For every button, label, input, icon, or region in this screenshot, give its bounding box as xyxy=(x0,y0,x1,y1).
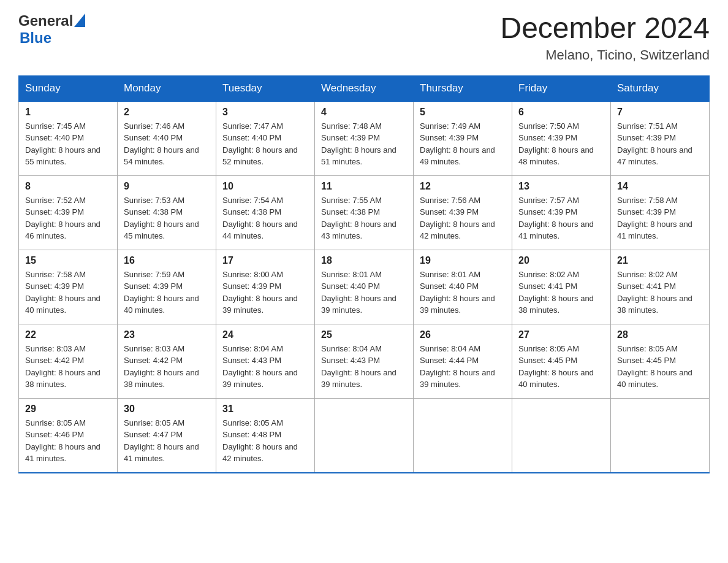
day-number: 12 xyxy=(420,181,506,192)
day-info: Sunrise: 7:54 AMSunset: 4:38 PMDaylight:… xyxy=(222,196,298,241)
page-header: General Blue December 2024 Melano, Ticin… xyxy=(18,12,710,63)
calendar-cell: 21 Sunrise: 8:02 AMSunset: 4:41 PMDaylig… xyxy=(611,250,710,324)
logo-general-text: General xyxy=(18,12,73,29)
day-info: Sunrise: 7:47 AMSunset: 4:40 PMDaylight:… xyxy=(222,121,298,167)
calendar-cell: 5 Sunrise: 7:49 AMSunset: 4:39 PMDayligh… xyxy=(414,101,512,176)
day-number: 29 xyxy=(25,404,111,415)
day-number: 8 xyxy=(25,181,111,192)
day-number: 28 xyxy=(617,329,703,340)
title-area: December 2024 Melano, Ticino, Switzerlan… xyxy=(500,12,710,63)
day-number: 2 xyxy=(124,107,210,118)
weekday-header-row: SundayMondayTuesdayWednesdayThursdayFrid… xyxy=(19,75,710,101)
day-info: Sunrise: 8:04 AMSunset: 4:44 PMDaylight:… xyxy=(420,344,495,389)
day-number: 25 xyxy=(321,329,407,340)
calendar-week-2: 8 Sunrise: 7:52 AMSunset: 4:39 PMDayligh… xyxy=(19,175,710,250)
day-info: Sunrise: 8:01 AMSunset: 4:40 PMDaylight:… xyxy=(321,270,396,315)
svg-marker-0 xyxy=(74,13,85,27)
weekday-header-thursday: Thursday xyxy=(414,75,512,101)
day-info: Sunrise: 7:57 AMSunset: 4:39 PMDaylight:… xyxy=(518,196,594,241)
calendar-week-5: 29 Sunrise: 8:05 AMSunset: 4:46 PMDaylig… xyxy=(19,398,710,473)
day-number: 18 xyxy=(321,255,407,266)
calendar-cell: 1 Sunrise: 7:45 AMSunset: 4:40 PMDayligh… xyxy=(19,101,118,176)
day-info: Sunrise: 7:56 AMSunset: 4:39 PMDaylight:… xyxy=(420,196,495,241)
calendar-cell: 17 Sunrise: 8:00 AMSunset: 4:39 PMDaylig… xyxy=(216,250,315,324)
day-number: 6 xyxy=(518,107,604,118)
day-info: Sunrise: 7:55 AMSunset: 4:38 PMDaylight:… xyxy=(321,196,396,241)
day-number: 31 xyxy=(222,404,308,415)
day-number: 4 xyxy=(321,107,407,118)
day-info: Sunrise: 8:04 AMSunset: 4:43 PMDaylight:… xyxy=(321,344,396,389)
day-number: 16 xyxy=(124,255,210,266)
weekday-header-friday: Friday xyxy=(512,75,611,101)
weekday-header-monday: Monday xyxy=(118,75,216,101)
calendar-cell: 10 Sunrise: 7:54 AMSunset: 4:38 PMDaylig… xyxy=(216,175,315,250)
logo: General Blue xyxy=(18,12,85,47)
day-number: 27 xyxy=(518,329,604,340)
day-number: 21 xyxy=(617,255,703,266)
day-info: Sunrise: 8:05 AMSunset: 4:47 PMDaylight:… xyxy=(124,418,199,464)
calendar-week-3: 15 Sunrise: 7:58 AMSunset: 4:39 PMDaylig… xyxy=(19,250,710,324)
calendar-cell: 12 Sunrise: 7:56 AMSunset: 4:39 PMDaylig… xyxy=(414,175,512,250)
day-info: Sunrise: 7:50 AMSunset: 4:39 PMDaylight:… xyxy=(518,121,594,167)
day-info: Sunrise: 8:03 AMSunset: 4:42 PMDaylight:… xyxy=(124,344,199,389)
calendar-week-4: 22 Sunrise: 8:03 AMSunset: 4:42 PMDaylig… xyxy=(19,324,710,398)
calendar-cell: 29 Sunrise: 8:05 AMSunset: 4:46 PMDaylig… xyxy=(19,398,118,473)
month-title: December 2024 xyxy=(500,12,710,45)
day-info: Sunrise: 7:48 AMSunset: 4:39 PMDaylight:… xyxy=(321,121,396,167)
calendar-cell: 15 Sunrise: 7:58 AMSunset: 4:39 PMDaylig… xyxy=(19,250,118,324)
day-number: 7 xyxy=(617,107,703,118)
day-number: 1 xyxy=(25,107,111,118)
day-info: Sunrise: 7:49 AMSunset: 4:39 PMDaylight:… xyxy=(420,121,495,167)
weekday-header-sunday: Sunday xyxy=(19,75,118,101)
day-number: 11 xyxy=(321,181,407,192)
day-info: Sunrise: 8:03 AMSunset: 4:42 PMDaylight:… xyxy=(25,344,100,389)
calendar-week-1: 1 Sunrise: 7:45 AMSunset: 4:40 PMDayligh… xyxy=(19,101,710,176)
calendar-cell: 4 Sunrise: 7:48 AMSunset: 4:39 PMDayligh… xyxy=(315,101,414,176)
day-info: Sunrise: 8:04 AMSunset: 4:43 PMDaylight:… xyxy=(222,344,298,389)
calendar-cell: 22 Sunrise: 8:03 AMSunset: 4:42 PMDaylig… xyxy=(19,324,118,398)
calendar-cell: 8 Sunrise: 7:52 AMSunset: 4:39 PMDayligh… xyxy=(19,175,118,250)
day-number: 15 xyxy=(25,255,111,266)
day-number: 17 xyxy=(222,255,308,266)
calendar-cell: 24 Sunrise: 8:04 AMSunset: 4:43 PMDaylig… xyxy=(216,324,315,398)
day-info: Sunrise: 7:46 AMSunset: 4:40 PMDaylight:… xyxy=(124,121,199,167)
calendar-cell xyxy=(414,398,512,473)
calendar-cell: 3 Sunrise: 7:47 AMSunset: 4:40 PMDayligh… xyxy=(216,101,315,176)
calendar-cell: 19 Sunrise: 8:01 AMSunset: 4:40 PMDaylig… xyxy=(414,250,512,324)
calendar-table: SundayMondayTuesdayWednesdayThursdayFrid… xyxy=(18,75,710,473)
calendar-cell: 6 Sunrise: 7:50 AMSunset: 4:39 PMDayligh… xyxy=(512,101,611,176)
day-number: 10 xyxy=(222,181,308,192)
day-number: 19 xyxy=(420,255,506,266)
day-info: Sunrise: 8:02 AMSunset: 4:41 PMDaylight:… xyxy=(518,270,594,315)
calendar-cell: 30 Sunrise: 8:05 AMSunset: 4:47 PMDaylig… xyxy=(118,398,216,473)
day-number: 24 xyxy=(222,329,308,340)
calendar-cell: 28 Sunrise: 8:05 AMSunset: 4:45 PMDaylig… xyxy=(611,324,710,398)
day-info: Sunrise: 7:59 AMSunset: 4:39 PMDaylight:… xyxy=(124,270,199,315)
day-info: Sunrise: 8:00 AMSunset: 4:39 PMDaylight:… xyxy=(222,270,298,315)
calendar-cell: 25 Sunrise: 8:04 AMSunset: 4:43 PMDaylig… xyxy=(315,324,414,398)
calendar-cell: 16 Sunrise: 7:59 AMSunset: 4:39 PMDaylig… xyxy=(118,250,216,324)
calendar-cell: 27 Sunrise: 8:05 AMSunset: 4:45 PMDaylig… xyxy=(512,324,611,398)
day-number: 20 xyxy=(518,255,604,266)
day-info: Sunrise: 8:05 AMSunset: 4:45 PMDaylight:… xyxy=(518,344,594,389)
logo-blue-text: Blue xyxy=(20,29,51,46)
day-info: Sunrise: 7:58 AMSunset: 4:39 PMDaylight:… xyxy=(25,270,100,315)
calendar-cell: 26 Sunrise: 8:04 AMSunset: 4:44 PMDaylig… xyxy=(414,324,512,398)
day-info: Sunrise: 7:45 AMSunset: 4:40 PMDaylight:… xyxy=(25,121,100,167)
day-number: 5 xyxy=(420,107,506,118)
calendar-cell: 2 Sunrise: 7:46 AMSunset: 4:40 PMDayligh… xyxy=(118,101,216,176)
calendar-cell: 7 Sunrise: 7:51 AMSunset: 4:39 PMDayligh… xyxy=(611,101,710,176)
calendar-cell xyxy=(512,398,611,473)
day-info: Sunrise: 7:52 AMSunset: 4:39 PMDaylight:… xyxy=(25,196,100,241)
calendar-cell: 13 Sunrise: 7:57 AMSunset: 4:39 PMDaylig… xyxy=(512,175,611,250)
calendar-cell xyxy=(611,398,710,473)
calendar-cell xyxy=(315,398,414,473)
calendar-cell: 9 Sunrise: 7:53 AMSunset: 4:38 PMDayligh… xyxy=(118,175,216,250)
day-info: Sunrise: 8:05 AMSunset: 4:46 PMDaylight:… xyxy=(25,418,100,464)
weekday-header-saturday: Saturday xyxy=(611,75,710,101)
day-info: Sunrise: 7:51 AMSunset: 4:39 PMDaylight:… xyxy=(617,121,692,167)
day-info: Sunrise: 8:01 AMSunset: 4:40 PMDaylight:… xyxy=(420,270,495,315)
day-number: 23 xyxy=(124,329,210,340)
location-title: Melano, Ticino, Switzerland xyxy=(500,47,710,63)
day-number: 9 xyxy=(124,181,210,192)
